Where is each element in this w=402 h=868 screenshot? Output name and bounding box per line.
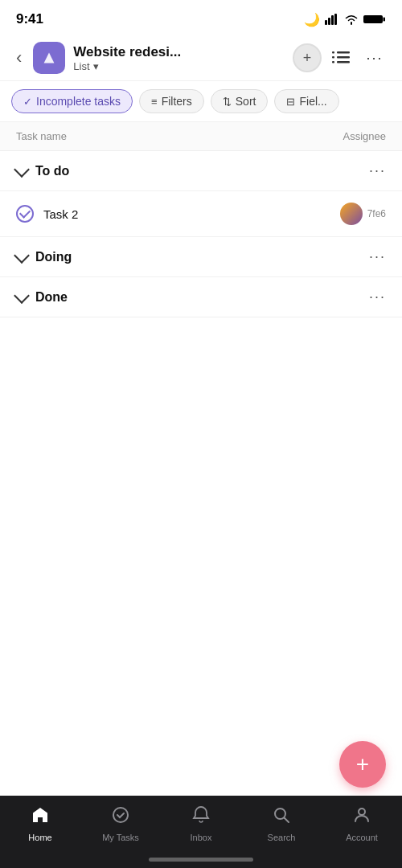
search-nav-icon: [272, 805, 291, 829]
chevron-down-icon-doing: [14, 248, 30, 264]
home-nav-label: Home: [28, 833, 51, 842]
more-options-button[interactable]: ···: [360, 43, 389, 72]
filter-chip-label-filters: Filters: [162, 95, 192, 108]
moon-icon: 🌙: [304, 12, 320, 27]
status-time: 9:41: [16, 11, 43, 27]
svg-rect-0: [325, 20, 327, 25]
filter-chip-icon-fields: ⊟: [286, 96, 295, 108]
nav-item-search[interactable]: Search: [257, 805, 306, 842]
group-label-todo: To do: [35, 164, 69, 178]
inbox-nav-icon: [191, 805, 211, 829]
header-actions: + ···: [293, 43, 389, 72]
bottom-navigation: Home My Tasks Inbox Search Account: [0, 796, 402, 868]
inbox-nav-label: Inbox: [191, 833, 212, 842]
svg-rect-2: [331, 15, 334, 25]
home-indicator: [149, 858, 253, 862]
svg-point-15: [359, 809, 365, 815]
svg-rect-3: [334, 14, 337, 25]
nav-item-mytasks[interactable]: My Tasks: [96, 805, 145, 842]
status-icons: 🌙: [304, 12, 386, 27]
task-check-task2[interactable]: [16, 205, 34, 223]
filter-chip-label-sort: Sort: [236, 95, 256, 108]
check-circle-icon: [111, 805, 130, 825]
account-nav-icon: [352, 805, 371, 829]
filter-chip-incomplete[interactable]: ✓Incomplete tasks: [11, 89, 133, 113]
svg-rect-7: [337, 56, 350, 59]
header-title: Website redesi... List ▾: [73, 44, 285, 72]
status-bar: 9:41 🌙: [0, 0, 402, 35]
task-name-column-header: Task name: [16, 130, 67, 142]
filter-chip-filters[interactable]: ≡Filters: [139, 89, 204, 113]
group-more-doing[interactable]: ···: [369, 248, 386, 265]
assignee-column-header: Assignee: [343, 130, 386, 142]
wifi-icon: [344, 14, 359, 25]
svg-rect-9: [332, 51, 334, 54]
list-icon: [332, 51, 350, 64]
mytasks-nav-label: My Tasks: [102, 833, 139, 842]
battery-icon: [363, 14, 386, 25]
app-icon: [33, 42, 65, 74]
svg-line-14: [285, 818, 289, 823]
filter-chip-icon-sort: ⇅: [223, 96, 232, 108]
search-nav-label: Search: [268, 833, 296, 842]
project-name: Website redesi...: [73, 44, 285, 60]
task-name-task2: Task 2: [43, 207, 330, 221]
search-icon: [272, 805, 291, 825]
header: ‹ Website redesi... List ▾ + ···: [0, 35, 402, 81]
bell-icon: [191, 805, 211, 825]
add-member-button[interactable]: +: [293, 43, 322, 72]
assignee-avatar-task2: [340, 203, 363, 225]
group-more-todo[interactable]: ···: [369, 162, 386, 179]
app-logo-icon: [40, 49, 58, 67]
svg-rect-6: [337, 51, 350, 54]
add-task-fab[interactable]: +: [339, 741, 386, 788]
nav-item-account[interactable]: Account: [338, 805, 386, 842]
mytasks-nav-icon: [111, 805, 130, 829]
filter-chip-icon-filters: ≡: [151, 96, 158, 108]
group-left-todo: To do: [16, 164, 69, 178]
task-row-task2[interactable]: Task 2 7fe6: [0, 191, 402, 237]
table-header: Task name Assignee: [0, 122, 402, 151]
svg-rect-5: [384, 18, 386, 22]
filter-chip-label-fields: Fiel...: [299, 95, 326, 108]
filter-chip-label-incomplete: Incomplete tasks: [36, 95, 121, 108]
more-dots-icon: ···: [366, 50, 383, 67]
nav-item-home[interactable]: Home: [16, 805, 64, 842]
filter-bar: ✓Incomplete tasks≡Filters⇅Sort⊟Fiel...: [0, 81, 402, 122]
svg-rect-8: [337, 61, 350, 63]
group-left-done: Done: [16, 290, 68, 305]
back-button[interactable]: ‹: [13, 44, 25, 72]
svg-rect-11: [332, 61, 334, 63]
group-left-doing: Doing: [16, 250, 72, 264]
group-label-doing: Doing: [35, 250, 72, 264]
list-view-button[interactable]: [326, 43, 355, 72]
home-icon: [31, 805, 50, 825]
group-row-todo[interactable]: To do ···: [0, 151, 402, 191]
signal-icon: [325, 14, 339, 25]
svg-point-12: [113, 808, 128, 822]
task-assignee-task2: 7fe6: [340, 203, 386, 225]
filter-chip-fields[interactable]: ⊟Fiel...: [274, 89, 338, 113]
filter-chip-icon-incomplete: ✓: [23, 96, 32, 108]
view-type-selector[interactable]: List ▾: [73, 60, 285, 72]
group-row-done[interactable]: Done ···: [0, 277, 402, 317]
add-icon: +: [303, 50, 312, 67]
filter-chip-sort[interactable]: ⇅Sort: [211, 89, 269, 113]
person-icon: [352, 805, 371, 825]
group-more-done[interactable]: ···: [369, 289, 386, 305]
view-type-label: List: [73, 60, 89, 72]
account-nav-label: Account: [346, 833, 378, 842]
chevron-down-icon-done: [14, 288, 30, 304]
task-list-content: To do ··· Task 2 7fe6 Doing ··· Done ···: [0, 151, 402, 317]
chevron-down-icon-todo: [14, 162, 30, 178]
svg-rect-10: [332, 56, 334, 59]
view-type-chevron: ▾: [93, 60, 99, 72]
svg-rect-1: [328, 18, 330, 25]
nav-item-inbox[interactable]: Inbox: [177, 805, 225, 842]
home-nav-icon: [31, 805, 50, 829]
group-row-doing[interactable]: Doing ···: [0, 237, 402, 277]
assignee-id-task2: 7fe6: [367, 208, 386, 219]
group-label-done: Done: [35, 290, 68, 305]
svg-rect-4: [363, 15, 383, 23]
